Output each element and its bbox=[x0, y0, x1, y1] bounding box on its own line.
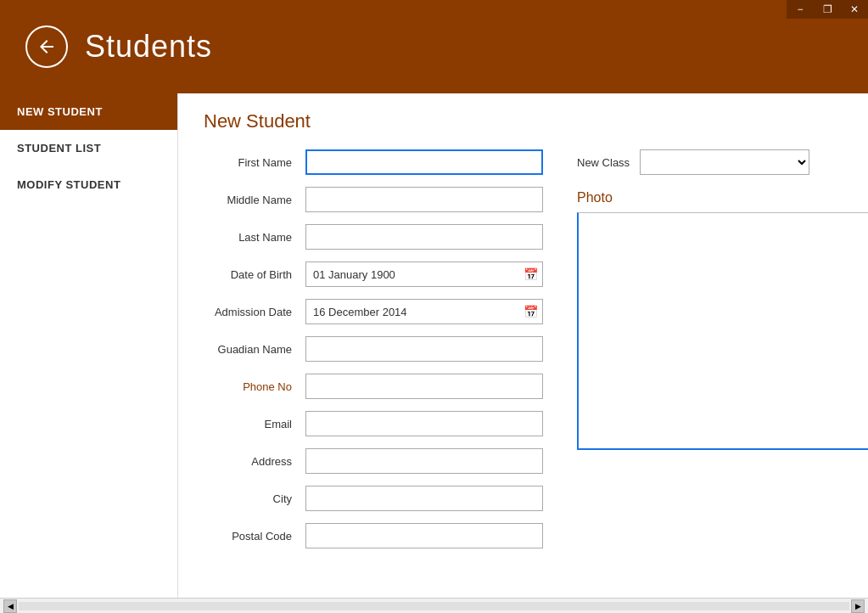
scroll-track[interactable] bbox=[19, 602, 849, 610]
scroll-right-arrow[interactable]: ▶ bbox=[851, 599, 865, 613]
sidebar-item-student-list[interactable]: STUDENT LIST bbox=[0, 130, 177, 166]
app-title: Students bbox=[85, 29, 212, 65]
admission-date-input[interactable] bbox=[305, 299, 543, 324]
new-class-row: New Class bbox=[577, 149, 868, 175]
form-left: First Name Middle Name Last Name bbox=[204, 149, 543, 560]
sidebar-item-new-student[interactable]: NEW STUDENT bbox=[0, 93, 177, 130]
sidebar-item-modify-student[interactable]: MODIFY STUDENT bbox=[0, 166, 177, 203]
postal-code-row: Postal Code bbox=[204, 523, 543, 548]
address-label: Address bbox=[204, 455, 305, 468]
first-name-label: First Name bbox=[204, 156, 305, 169]
last-name-row: Last Name bbox=[204, 224, 543, 250]
dob-row: Date of Birth 📅 bbox=[204, 262, 543, 287]
middle-name-label: Middle Name bbox=[204, 194, 305, 206]
horizontal-scrollbar: ◀ ▶ bbox=[0, 598, 868, 613]
postal-code-label: Postal Code bbox=[204, 530, 305, 543]
guardian-name-label: Guadian Name bbox=[204, 343, 305, 356]
scroll-left-arrow[interactable]: ◀ bbox=[3, 599, 17, 613]
form-right: New Class Photo bbox=[577, 149, 868, 560]
guardian-name-input[interactable] bbox=[305, 336, 543, 362]
page-title: New Student bbox=[204, 110, 843, 132]
admission-date-label: Admission Date bbox=[204, 306, 305, 318]
phone-no-row: Phone No bbox=[204, 374, 543, 399]
phone-no-label: Phone No bbox=[204, 380, 305, 393]
guardian-name-row: Guadian Name bbox=[204, 336, 543, 362]
first-name-input[interactable] bbox=[305, 149, 543, 175]
admission-date-row: Admission Date 📅 bbox=[204, 299, 543, 324]
photo-box[interactable] bbox=[577, 212, 868, 450]
sidebar: NEW STUDENT STUDENT LIST MODIFY STUDENT bbox=[0, 93, 178, 598]
new-class-label: New Class bbox=[577, 156, 630, 169]
last-name-label: Last Name bbox=[204, 231, 305, 244]
minimize-button[interactable]: − bbox=[787, 0, 814, 19]
form-container: First Name Middle Name Last Name bbox=[204, 149, 843, 560]
email-label: Email bbox=[204, 418, 305, 430]
address-input[interactable] bbox=[305, 448, 543, 474]
window-chrome: − ❐ ✕ bbox=[787, 0, 868, 19]
address-row: Address bbox=[204, 448, 543, 474]
city-label: City bbox=[204, 492, 305, 505]
back-button[interactable] bbox=[25, 25, 68, 68]
middle-name-input[interactable] bbox=[305, 187, 543, 212]
new-class-select[interactable] bbox=[640, 149, 809, 175]
dob-input[interactable] bbox=[305, 262, 543, 287]
close-button[interactable]: ✕ bbox=[841, 0, 868, 19]
city-input[interactable] bbox=[305, 486, 543, 511]
dob-label: Date of Birth bbox=[204, 268, 305, 281]
phone-no-input[interactable] bbox=[305, 374, 543, 399]
restore-button[interactable]: ❐ bbox=[814, 0, 841, 19]
dob-wrapper: 📅 bbox=[305, 262, 543, 287]
main-content: New Student First Name Middle Name bbox=[178, 93, 868, 598]
email-input[interactable] bbox=[305, 411, 543, 436]
app-header: Students bbox=[0, 0, 868, 93]
city-row: City bbox=[204, 486, 543, 511]
postal-code-input[interactable] bbox=[305, 523, 543, 548]
middle-name-row: Middle Name bbox=[204, 187, 543, 212]
first-name-row: First Name bbox=[204, 149, 543, 175]
email-row: Email bbox=[204, 411, 543, 436]
last-name-input[interactable] bbox=[305, 224, 543, 250]
photo-label: Photo bbox=[577, 190, 868, 205]
admission-date-wrapper: 📅 bbox=[305, 299, 543, 324]
